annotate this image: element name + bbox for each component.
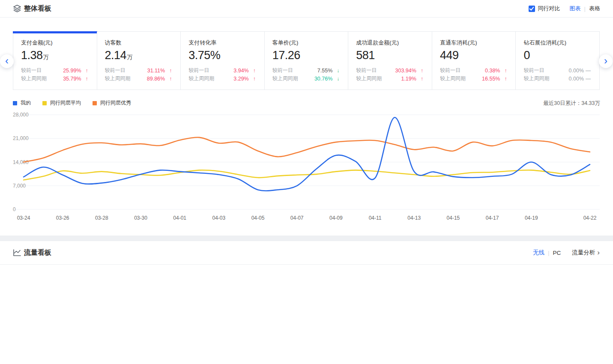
metric-card[interactable]: 客单价(元) 17.26 较前一日 7.55% ↓ 较上周同期 30.76% ↓ [264,32,348,90]
traffic-analysis-label: 流量分析 [572,249,595,257]
trend-arrow-icon: ↓ [332,76,339,82]
svg-text:28,000: 28,000 [13,112,29,118]
metric-card-value: 1.38万 [21,49,88,62]
view-chart-toggle[interactable]: 图表 [570,5,581,12]
trend-arrow-icon: ↓ [332,68,339,74]
svg-text:03-30: 03-30 [134,215,147,221]
svg-text:04-22: 04-22 [583,215,597,221]
svg-text:03-24: 03-24 [17,215,30,221]
compare-value: 0.00% [559,76,584,82]
traffic-analysis-link[interactable]: 流量分析 › [572,249,600,257]
metric-card[interactable]: 支付金额(元) 1.38万 较前一日 25.99% ↑ 较上周同期 35.79%… [13,32,97,90]
chevron-right-icon: › [597,249,600,256]
compare-value: 7.55% [308,68,333,74]
compare-label: 较上周同期 [188,75,224,82]
svg-text:04-11: 04-11 [369,215,382,221]
metric-compare-row: 较上周同期 35.79% ↑ [21,75,88,83]
metric-compare-row: 较上周同期 1.19% ↑ [356,75,423,83]
trend-arrow-icon: ↑ [500,68,507,74]
metric-card-title: 直通车消耗(元) [440,39,507,47]
tab-pc[interactable]: PC [553,250,561,256]
svg-text:04-07: 04-07 [290,215,304,221]
layers-icon [13,4,21,13]
compare-value: 16.55% [476,76,500,82]
metric-card[interactable]: 支付转化率 3.75% 较前一日 3.94% ↑ 较上周同期 3.29% ↑ [180,32,264,90]
svg-text:7,000: 7,000 [13,183,26,189]
compare-label: 较上周同期 [272,75,308,82]
compare-value: 3.29% [224,76,249,82]
compare-label: 较上周同期 [21,75,57,82]
metric-card-title: 支付转化率 [188,39,256,47]
trend-arrow-icon: ↑ [249,76,256,82]
metric-card[interactable]: 成功退款金额(元) 581 较前一日 303.94% ↑ 较上周同期 1.19%… [348,32,432,90]
trend-arrow-icon: ↑ [500,76,507,82]
tab-wireless[interactable]: 无线 [533,249,544,257]
legend-item[interactable]: 同行同层平均 [42,99,81,107]
compare-label: 较上周同期 [356,75,392,82]
trend-arrow-icon: — [584,68,591,74]
peer-compare-checkbox[interactable] [529,6,535,12]
svg-text:04-05: 04-05 [251,215,265,221]
metric-compare-row: 较上周同期 0.00% — [523,75,591,83]
metric-compare-row: 较前一日 7.55% ↓ [272,66,340,75]
svg-text:04-01: 04-01 [173,215,186,221]
metric-card-value: 3.75% [188,49,256,62]
compare-label: 较前一日 [21,67,57,74]
trend-arrow-icon: ↑ [416,76,423,82]
trend-arrow-icon: ↑ [81,76,88,82]
trend-arrow-icon: ↑ [165,68,172,74]
metric-card-title: 支付金额(元) [21,39,88,47]
cards-prev-button[interactable]: ‹ [0,54,14,68]
metric-card-value: 449 [440,49,507,62]
metric-card-title: 钻石展位消耗(元) [523,39,591,47]
compare-label: 较前一日 [272,67,308,74]
metric-card-value: 17.26 [272,49,340,62]
metric-compare-row: 较前一日 0.00% — [523,66,591,75]
legend-label: 我的 [21,99,31,107]
compare-value: 31.11% [141,68,165,74]
metric-compare-row: 较前一日 3.94% ↑ [188,66,256,75]
overview-title: 整体看板 [24,4,51,13]
svg-text:0: 0 [13,206,16,212]
legend-item[interactable]: 我的 [13,99,31,107]
metric-card[interactable]: 钻石展位消耗(元) 0 较前一日 0.00% — 较上周同期 0.00% — [515,32,599,90]
svg-text:03-28: 03-28 [95,215,108,221]
metric-card-title: 访客数 [105,39,172,47]
view-table-toggle[interactable]: 表格 [589,5,600,12]
metric-card-value: 2.14万 [105,49,172,62]
compare-value: 0.00% [559,68,584,74]
svg-text:04-09: 04-09 [329,215,343,221]
svg-text:04-03: 04-03 [212,215,226,221]
metric-compare-row: 较上周同期 30.76% ↓ [272,75,340,83]
overview-section: 整体看板 同行对比 图表 | 表格 ‹ › 支付金额(元) 1.38万 较前一日… [0,0,613,236]
compare-value: 89.86% [141,76,165,82]
overview-header: 整体看板 同行对比 图表 | 表格 [0,0,613,18]
legend-swatch [42,101,47,105]
overview-chart-legend: 我的 同行同层平均 同行同层优秀 [13,99,143,107]
legend-label: 同行同层平均 [50,99,81,107]
toggle-divider: | [584,6,586,12]
metric-card-title: 客单价(元) [272,39,340,47]
legend-item[interactable]: 同行同层优秀 [93,99,131,107]
svg-text:03-26: 03-26 [56,215,69,221]
metric-card-value: 0 [523,49,591,62]
metric-compare-row: 较前一日 0.38% ↑ [440,66,507,75]
total-30d-label: 最近30日累计：34.33万 [543,100,600,107]
legend-label: 同行同层优秀 [100,99,131,107]
compare-value: 3.94% [224,68,249,74]
compare-value: 303.94% [392,68,416,74]
metric-compare-row: 较前一日 25.99% ↑ [21,66,88,75]
cards-next-button[interactable]: › [599,54,613,68]
trend-arrow-icon: ↑ [416,68,423,74]
metric-card[interactable]: 直通车消耗(元) 449 较前一日 0.38% ↑ 较上周同期 16.55% ↑ [432,32,516,90]
metric-compare-row: 较前一日 303.94% ↑ [356,66,423,75]
metric-compare-row: 较上周同期 16.55% ↑ [440,75,507,83]
chevron-left-icon: ‹ [5,56,9,66]
compare-label: 较上周同期 [440,75,476,82]
compare-value: 25.99% [57,68,81,74]
peer-compare-label[interactable]: 同行对比 [538,5,560,12]
svg-text:04-17: 04-17 [486,215,499,221]
line-chart-icon [13,248,21,257]
metric-card-title: 成功退款金额(元) [356,39,423,47]
metric-card[interactable]: 访客数 2.14万 较前一日 31.11% ↑ 较上周同期 89.86% ↑ [97,32,181,90]
